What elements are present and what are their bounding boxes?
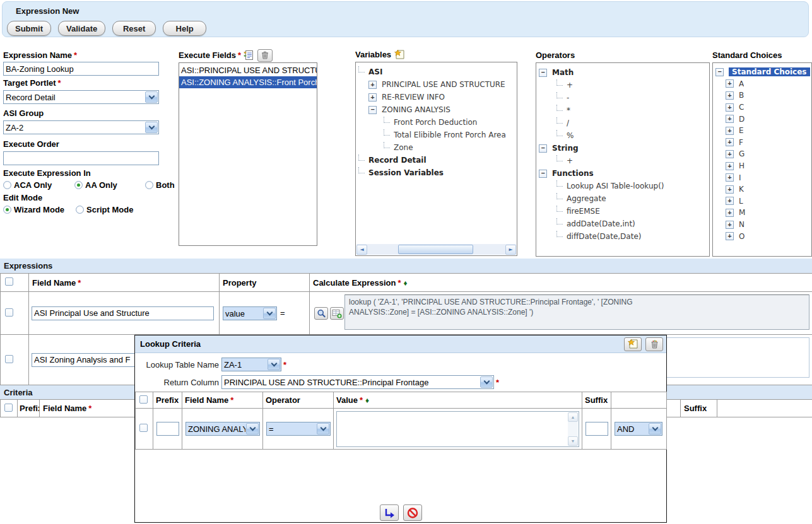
collapse-icon[interactable]: −: [539, 170, 547, 178]
execute-order-input[interactable]: [3, 151, 159, 165]
chevron-down-icon[interactable]: [317, 423, 329, 434]
criteria-connector-select[interactable]: AND: [615, 422, 662, 436]
tree-item-label[interactable]: addDate(Date,int): [567, 219, 635, 228]
tree-item-aggregate[interactable]: Aggregate: [536, 192, 709, 205]
chevron-down-icon[interactable]: [145, 91, 158, 103]
tree-item-string[interactable]: −String: [536, 142, 709, 154]
expand-icon[interactable]: +: [726, 173, 734, 182]
execute-expression-in-option-aa-only[interactable]: AA Only: [74, 180, 145, 190]
delete-execute-field-button[interactable]: [257, 49, 273, 62]
build-expression-button[interactable]: [330, 307, 344, 320]
execute-fields-listbox[interactable]: ASI::PRINCIPAL USE AND STRUCTUREASI::ZON…: [179, 62, 317, 246]
tree-item-o[interactable]: +O: [713, 230, 811, 242]
tree-item-re-review-info[interactable]: +RE-REVIEW INFO: [356, 91, 517, 103]
variables-tree[interactable]: ASI+PRINCIPAL USE AND STRUCTURE+RE-REVIE…: [355, 62, 517, 256]
validate-button[interactable]: Validate: [58, 21, 105, 36]
select-all-checkbox[interactable]: [4, 404, 13, 412]
chevron-down-icon[interactable]: [263, 308, 276, 319]
criteria-operator-select[interactable]: =: [266, 422, 331, 436]
select-all-checkbox[interactable]: [5, 277, 13, 286]
row-checkbox[interactable]: [139, 424, 148, 432]
chevron-down-icon[interactable]: [268, 359, 280, 370]
tree-item-label[interactable]: F: [739, 138, 743, 147]
tree-item-c[interactable]: +C: [713, 102, 811, 114]
expand-icon[interactable]: +: [368, 81, 377, 89]
tree-item-principal-use-and-structure[interactable]: +PRINCIPAL USE AND STRUCTURE: [356, 78, 517, 91]
execute-expression-in-option-both[interactable]: Both: [145, 180, 175, 190]
expand-icon[interactable]: +: [726, 162, 734, 170]
tree-item-item[interactable]: %: [536, 129, 709, 142]
reset-button[interactable]: Reset: [112, 21, 156, 36]
scroll-right-icon[interactable]: ►: [505, 245, 516, 255]
tree-item-asi[interactable]: ASI: [356, 66, 517, 78]
lookup-table-name-select[interactable]: ZA-1: [221, 358, 281, 371]
radio-unchecked-icon[interactable]: [145, 181, 153, 189]
chevron-down-icon[interactable]: [145, 122, 158, 133]
return-column-select[interactable]: PRINCIPAL USE AND STRUCTURE::Principal F…: [221, 375, 494, 389]
tree-item-label[interactable]: Session Variables: [368, 168, 444, 177]
select-fields-icon[interactable]: [244, 50, 255, 61]
radio-unchecked-icon[interactable]: [76, 206, 84, 214]
asi-group-select[interactable]: ZA-2: [3, 120, 159, 134]
tree-item-label[interactable]: Aggregate: [567, 194, 606, 203]
expand-icon[interactable]: +: [726, 197, 734, 205]
tree-item-label[interactable]: -: [567, 93, 569, 102]
expand-icon[interactable]: +: [726, 138, 734, 146]
help-button[interactable]: Help: [163, 21, 206, 36]
row-checkbox[interactable]: [5, 308, 13, 317]
tree-item-label[interactable]: /: [567, 119, 569, 127]
tree-item-label[interactable]: String: [552, 144, 579, 153]
standard-choices-tree[interactable]: −Standard Choices+A+B+C+D+E+F+G+H+I+K+L+…: [712, 62, 812, 257]
tree-item-b[interactable]: +B: [713, 90, 811, 102]
new-item-icon[interactable]: [394, 49, 406, 60]
tree-item-item[interactable]: +: [536, 154, 709, 167]
tree-item-item[interactable]: *: [536, 104, 709, 117]
tree-item-label[interactable]: Standard Choices: [729, 67, 810, 76]
execute-field-item-asi-principal-use-and-structure[interactable]: ASI::PRINCIPAL USE AND STRUCTURE: [179, 64, 317, 76]
tree-item-label[interactable]: D: [739, 115, 744, 124]
scroll-down-icon[interactable]: ▼: [568, 436, 578, 446]
expand-icon[interactable]: +: [726, 79, 734, 88]
criteria-value-textarea[interactable]: ▲ ▼: [336, 411, 579, 447]
expand-icon[interactable]: +: [726, 91, 734, 100]
tree-item-e[interactable]: +E: [713, 125, 811, 137]
operators-tree[interactable]: −Math+-*/%−String+−FunctionsLookup ASI T…: [536, 62, 710, 257]
tree-item-math[interactable]: −Math: [536, 66, 709, 79]
collapse-icon[interactable]: −: [368, 106, 377, 114]
tree-item-label[interactable]: E: [739, 126, 744, 135]
tree-item-label[interactable]: +: [567, 156, 573, 165]
tree-item-i[interactable]: +I: [713, 172, 811, 183]
expand-icon[interactable]: +: [726, 150, 734, 158]
chevron-down-icon[interactable]: [649, 423, 661, 434]
tree-item-item[interactable]: /: [536, 117, 709, 129]
tree-item-adddate-date-int[interactable]: addDate(Date,int): [536, 218, 709, 230]
radio-checked-icon[interactable]: [3, 206, 11, 214]
scroll-up-icon[interactable]: ▲: [568, 412, 578, 422]
tree-item-diffdate-date-date[interactable]: diffDate(Date,Date): [536, 230, 709, 243]
tree-item-h[interactable]: +H: [713, 160, 811, 172]
edit-mode-option-script-mode[interactable]: Script Mode: [76, 204, 133, 215]
tree-item-fireemse[interactable]: fireEMSE: [536, 205, 709, 218]
tree-item-record-detail[interactable]: Record Detail: [356, 154, 517, 166]
execute-field-item-asi-zoning-analysis-front-porch[interactable]: ASI::ZONING ANALYSIS::Front Porch: [179, 76, 317, 88]
tree-item-label[interactable]: A: [739, 79, 744, 88]
expand-icon[interactable]: +: [726, 115, 734, 123]
tree-item-label[interactable]: Math: [552, 68, 574, 77]
tree-item-total-elibible-front-porch-area[interactable]: Total Elibible Front Porch Area: [356, 129, 517, 141]
tree-item-functions[interactable]: −Functions: [536, 167, 709, 180]
tree-item-front-porch-deduction[interactable]: Front Porch Deduction: [356, 116, 517, 129]
tree-item-label[interactable]: PRINCIPAL USE AND STRUCTURE: [382, 80, 505, 89]
tree-item-lookup-asi-table-lookup[interactable]: Lookup ASI Table-lookup(): [536, 180, 709, 192]
scroll-left-icon[interactable]: ◄: [356, 245, 367, 255]
expand-icon[interactable]: +: [726, 221, 734, 229]
horizontal-scrollbar[interactable]: ◄ ►: [356, 244, 516, 255]
collapse-icon[interactable]: −: [539, 69, 547, 77]
target-portlet-select[interactable]: Record Detail: [3, 90, 159, 104]
scrollbar-track[interactable]: [368, 245, 505, 255]
tree-item-label[interactable]: M: [739, 208, 745, 217]
tree-item-label[interactable]: Record Detail: [368, 156, 427, 165]
tree-item-label[interactable]: +: [567, 81, 573, 90]
tree-item-label[interactable]: L: [739, 197, 743, 206]
tree-item-n[interactable]: +N: [713, 219, 811, 231]
chevron-down-icon[interactable]: [246, 423, 259, 434]
